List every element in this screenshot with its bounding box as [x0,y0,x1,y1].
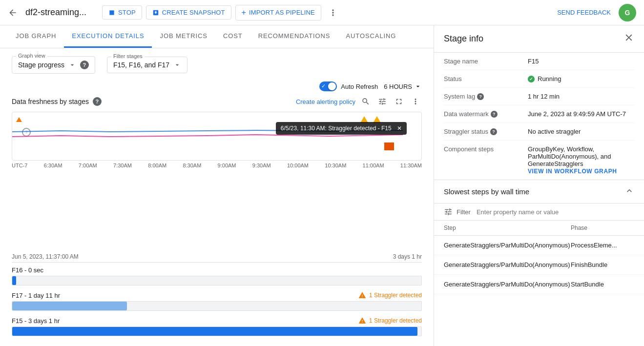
tooltip-close-button[interactable]: ✕ [397,125,402,132]
main-layout: JOB GRAPH EXECUTION DETAILS JOB METRICS … [0,25,644,346]
stage-item-f17: F17 - 1 day 11 hr 1 Straggler detected [12,291,422,311]
stage-prop-straggler-status: Straggler status ? No active straggler [444,123,634,141]
view-workflow-link[interactable]: VIEW IN WORKFLOW GRAPH [528,168,617,175]
time-range-selector[interactable]: 6 HOURS [384,82,422,90]
tab-job-graph[interactable]: JOB GRAPH [8,25,64,48]
stage-info-close-button[interactable] [623,32,634,45]
tab-execution-details[interactable]: EXECUTION DETAILS [64,25,152,48]
back-button[interactable] [8,8,18,18]
filter-stages-select[interactable]: F15, F16, and F17 [113,61,181,69]
graph-view-help-icon[interactable]: ? [80,61,89,69]
more-chart-icon[interactable] [409,95,422,108]
stage-prop-system-lag: System lag ? 1 hr 12 min [444,88,634,105]
f17-warning-icon [358,291,366,299]
right-panel: Stage info Stage name F15 Status Running [434,25,644,346]
graph-controls: Graph view Stage progress ? Filter stage… [0,48,434,81]
filter-chart-icon[interactable] [376,95,389,108]
stage-prop-component-key: Component steps [444,145,522,153]
create-snapshot-button[interactable]: CREATE SNAPSHOT [146,5,231,20]
f15-warning-icon [358,317,366,325]
watermark-help-icon[interactable]: ? [491,111,498,118]
tab-recommendations[interactable]: RECOMMENDATIONS [250,25,338,48]
x-axis-1030: 10:30AM [325,163,346,168]
x-axis-730: 7:30AM [113,163,132,168]
x-axis-630: 6:30AM [44,163,62,168]
stage-prop-component-value: GroupByKey, Workflow, ParMultiDo(Anonymo… [528,145,634,175]
slowest-steps-section: Slowest steps by wall time Filter Step P… [434,180,644,346]
table-row[interactable]: GenerateStragglers/ParMultiDo(Anonymous)… [434,275,644,294]
stage-bars-date: Jun 5, 2023, 11:37:00 AM [12,253,79,260]
expand-chart-icon[interactable] [393,95,405,108]
tab-autoscaling[interactable]: AUTOSCALING [338,25,404,48]
stage-bars-header: Jun 5, 2023, 11:37:00 AM 3 days 1 hr [12,253,422,263]
filter-input[interactable] [477,208,634,216]
stage-prop-system-lag-value: 1 hr 12 min [528,93,634,100]
stage-bars-section: Jun 5, 2023, 11:37:00 AM 3 days 1 hr F16… [0,249,434,346]
auto-refresh-toggle-switch[interactable]: ✓ [319,81,337,91]
auto-refresh-toggle[interactable]: ✓ Auto Refresh [319,81,378,91]
stage-f17-straggler: 1 Straggler detected [358,291,422,299]
stage-prop-watermark: Data watermark ? June 2, 2023 at 9:49:59… [444,105,634,123]
stage-props: Stage name F15 Status Running System lag… [434,53,644,180]
filter-label: Filter [457,208,471,216]
stage-f16-label: F16 - 0 sec [12,266,43,274]
stage-prop-component-steps: Component steps GroupByKey, Workflow, Pa… [444,141,634,180]
table-row[interactable]: GenerateStragglers/ParMultiDo(Anonymous)… [434,236,644,255]
step-col-header: Step [444,224,571,231]
tab-bar: JOB GRAPH EXECUTION DETAILS JOB METRICS … [0,25,434,48]
more-options-button[interactable] [325,5,341,20]
stage-prop-watermark-value: June 2, 2023 at 9:49:59 AM UTC-7 [528,110,634,118]
tab-cost[interactable]: COST [215,25,250,48]
table-row[interactable]: GenerateStragglers/ParMultiDo(Anonymous)… [434,255,644,275]
status-running: Running [528,75,634,82]
straggler-help-icon[interactable]: ? [490,128,497,135]
stage-prop-watermark-key: Data watermark ? [444,110,522,118]
stage-prop-name: Stage name F15 [444,53,634,70]
slowest-steps-title: Slowest steps by wall time [444,187,529,196]
collapse-slowest-icon[interactable] [624,186,634,197]
tab-job-metrics[interactable]: JOB METRICS [152,25,215,48]
filter-icon [444,207,453,216]
avatar[interactable]: G [619,4,636,21]
stop-button[interactable]: STOP [102,5,142,20]
graph-view-select[interactable]: Stage progress ? [18,61,89,69]
filter-stages-dropdown-icon [173,61,181,69]
stage-prop-straggler-key: Straggler status ? [444,128,522,135]
x-axis-utc: UTC-7 [12,163,27,168]
chart-tooltip: 6/5/23, 11:30 AM: Straggler detected - F… [276,122,407,135]
system-lag-help-icon[interactable]: ? [477,93,484,100]
page-title: df2-streaming... [25,7,86,18]
chart-help-icon[interactable]: ? [93,97,102,106]
filter-stages-label: Filter stages [111,53,145,59]
stage-prop-straggler-value: No active straggler [528,128,634,135]
stage-info-header: Stage info [434,25,644,53]
stage-f16-label-row: F16 - 0 sec [12,266,422,274]
stage-prop-status: Status Running [444,70,634,88]
chart-title: Data freshness by stages [12,98,89,105]
chart-header: Data freshness by stages ? Create alerti… [12,95,422,108]
chart-actions: Create alerting policy [296,95,422,108]
stage-f17-bar [12,302,127,310]
create-alerting-link[interactable]: Create alerting policy [296,98,355,105]
chart-anchor-flag [16,117,22,122]
stage-prop-system-lag-key: System lag ? [444,93,522,100]
time-range-dropdown-icon [414,82,422,90]
search-chart-icon[interactable] [359,95,372,108]
graph-view-label: Graph view [16,53,47,59]
stage-prop-status-value: Running [528,75,634,82]
stage-item-f16: F16 - 0 sec [12,266,422,285]
auto-refresh-label: Auto Refresh [341,83,378,90]
chart-x-axis: UTC-7 6:30AM 7:00AM 7:30AM 8:00AM 8:30AM… [12,161,422,170]
status-dot [528,76,535,82]
stage-f16-bar-track [12,276,422,285]
stage-f16-bar [12,276,16,285]
send-feedback-button[interactable]: SEND FEEDBACK [557,9,611,16]
phase-col-header: Phase [571,224,634,231]
svg-rect-0 [109,10,114,15]
auto-refresh-row: ✓ Auto Refresh 6 HOURS [12,81,422,91]
steps-table: Step Phase GenerateStragglers/ParMultiDo… [434,221,644,346]
graph-view-dropdown-icon [68,61,76,69]
import-pipeline-button[interactable]: + IMPORT AS PIPELINE [235,5,321,20]
x-axis-830: 8:30AM [183,163,201,168]
x-axis-800: 8:00AM [148,163,166,168]
